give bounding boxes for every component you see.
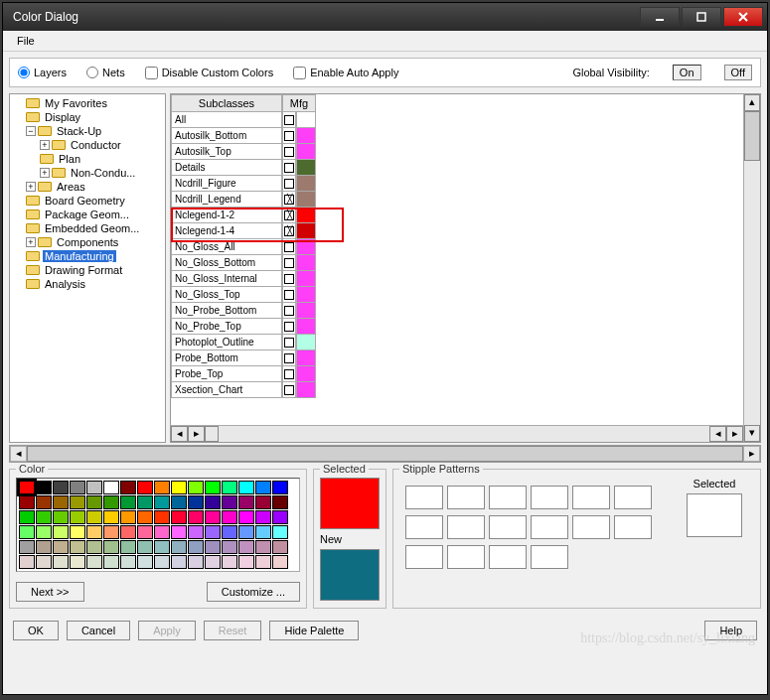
- layer-tree[interactable]: My Favorites Display −Stack-Up +Conducto…: [12, 96, 163, 291]
- color-swatch[interactable]: [222, 481, 237, 494]
- color-swatch[interactable]: [19, 555, 35, 569]
- color-swatch[interactable]: [19, 525, 35, 539]
- color-swatch[interactable]: [222, 540, 237, 554]
- color-swatch[interactable]: [171, 481, 187, 494]
- table-row[interactable]: Probe_Bottom: [171, 350, 760, 366]
- color-cell[interactable]: [296, 223, 316, 239]
- table-row[interactable]: All: [171, 112, 760, 128]
- color-cell[interactable]: [296, 208, 316, 223]
- table-row[interactable]: Nclegend-1-4╳: [171, 223, 760, 239]
- color-swatch[interactable]: [222, 525, 237, 539]
- color-swatch[interactable]: [103, 481, 119, 494]
- color-palette[interactable]: [16, 478, 300, 572]
- stipple-pattern[interactable]: [572, 515, 610, 539]
- col-mfg[interactable]: Mfg: [282, 94, 316, 112]
- color-swatch[interactable]: [222, 555, 237, 569]
- stipple-patterns[interactable]: [403, 484, 671, 573]
- minimize-button[interactable]: [640, 7, 680, 27]
- color-cell[interactable]: [296, 303, 316, 319]
- stipple-pattern[interactable]: [614, 486, 652, 509]
- color-cell[interactable]: [296, 255, 316, 271]
- color-swatch[interactable]: [188, 510, 204, 524]
- global-vis-on[interactable]: On: [673, 65, 701, 80]
- table-row[interactable]: No_Probe_Bottom: [171, 303, 760, 319]
- color-swatch[interactable]: [53, 555, 69, 569]
- color-swatch[interactable]: [19, 481, 35, 494]
- menu-file[interactable]: File: [11, 33, 41, 49]
- expand-icon[interactable]: +: [26, 237, 36, 247]
- color-swatch[interactable]: [137, 510, 153, 524]
- color-swatch[interactable]: [188, 525, 204, 539]
- color-swatch[interactable]: [86, 525, 102, 539]
- color-swatch[interactable]: [171, 495, 187, 509]
- check-disable-custom[interactable]: Disable Custom Colors: [145, 67, 273, 79]
- color-swatch[interactable]: [188, 481, 204, 494]
- color-cell[interactable]: [296, 192, 316, 208]
- color-swatch[interactable]: [205, 555, 221, 569]
- radio-nets[interactable]: Nets: [86, 67, 125, 78]
- stipple-pattern[interactable]: [489, 545, 527, 569]
- col-subclasses[interactable]: Subclasses: [171, 94, 282, 112]
- color-swatch[interactable]: [238, 495, 254, 509]
- expand-icon[interactable]: +: [40, 168, 50, 178]
- table-row[interactable]: Nclegend-1-2╳: [171, 208, 760, 223]
- color-cell[interactable]: [296, 176, 316, 192]
- color-swatch[interactable]: [53, 510, 69, 524]
- color-swatch[interactable]: [255, 540, 271, 554]
- color-swatch[interactable]: [255, 495, 271, 509]
- table-row[interactable]: Autosilk_Top: [171, 144, 760, 160]
- tree-scrollbar[interactable]: ◂▸: [9, 445, 761, 463]
- color-swatch[interactable]: [103, 495, 119, 509]
- scroll-up-icon[interactable]: ▴: [744, 94, 760, 111]
- table-row[interactable]: Ncdrill_Figure: [171, 176, 760, 192]
- color-swatch[interactable]: [171, 510, 187, 524]
- color-swatch[interactable]: [205, 510, 221, 524]
- color-swatch[interactable]: [255, 525, 271, 539]
- color-swatch[interactable]: [120, 495, 136, 509]
- color-swatch[interactable]: [171, 555, 187, 569]
- color-swatch[interactable]: [154, 540, 170, 554]
- stipple-pattern[interactable]: [572, 486, 610, 509]
- ok-button[interactable]: OK: [13, 621, 59, 640]
- color-swatch[interactable]: [154, 495, 170, 509]
- table-row[interactable]: Autosilk_Bottom: [171, 128, 760, 144]
- color-swatch[interactable]: [103, 525, 119, 539]
- color-swatch[interactable]: [238, 481, 254, 494]
- stipple-pattern[interactable]: [447, 486, 485, 509]
- maximize-button[interactable]: [682, 7, 721, 27]
- color-swatch[interactable]: [154, 525, 170, 539]
- color-swatch[interactable]: [255, 481, 271, 494]
- color-cell[interactable]: [296, 271, 316, 287]
- stipple-pattern[interactable]: [531, 545, 568, 569]
- color-swatch[interactable]: [70, 540, 85, 554]
- horizontal-scrollbar[interactable]: ◂▸ ◂▸: [171, 425, 743, 442]
- color-swatch[interactable]: [70, 525, 85, 539]
- color-swatch[interactable]: [19, 540, 35, 554]
- stipple-pattern[interactable]: [614, 515, 652, 539]
- color-swatch[interactable]: [86, 555, 102, 569]
- color-swatch[interactable]: [205, 540, 221, 554]
- color-cell[interactable]: [296, 366, 316, 382]
- color-swatch[interactable]: [154, 555, 170, 569]
- stipple-pattern[interactable]: [447, 515, 485, 539]
- color-cell[interactable]: [296, 128, 316, 144]
- color-swatch[interactable]: [36, 510, 52, 524]
- color-swatch[interactable]: [137, 525, 153, 539]
- color-swatch[interactable]: [120, 481, 136, 494]
- color-swatch[interactable]: [36, 495, 52, 509]
- color-cell[interactable]: [296, 144, 316, 160]
- table-row[interactable]: No_Gloss_Internal: [171, 271, 760, 287]
- color-swatch[interactable]: [36, 555, 52, 569]
- color-swatch[interactable]: [120, 540, 136, 554]
- color-swatch[interactable]: [238, 540, 254, 554]
- color-cell[interactable]: [296, 335, 316, 350]
- color-swatch[interactable]: [154, 510, 170, 524]
- color-swatch[interactable]: [205, 495, 221, 509]
- table-row[interactable]: No_Probe_Top: [171, 319, 760, 335]
- customize-button[interactable]: Customize ...: [207, 582, 300, 602]
- color-swatch[interactable]: [86, 510, 102, 524]
- stipple-pattern[interactable]: [447, 545, 485, 569]
- color-cell[interactable]: [296, 319, 316, 335]
- check-enable-auto[interactable]: Enable Auto Apply: [293, 67, 398, 79]
- vertical-scrollbar[interactable]: ▴ ▾: [743, 94, 760, 442]
